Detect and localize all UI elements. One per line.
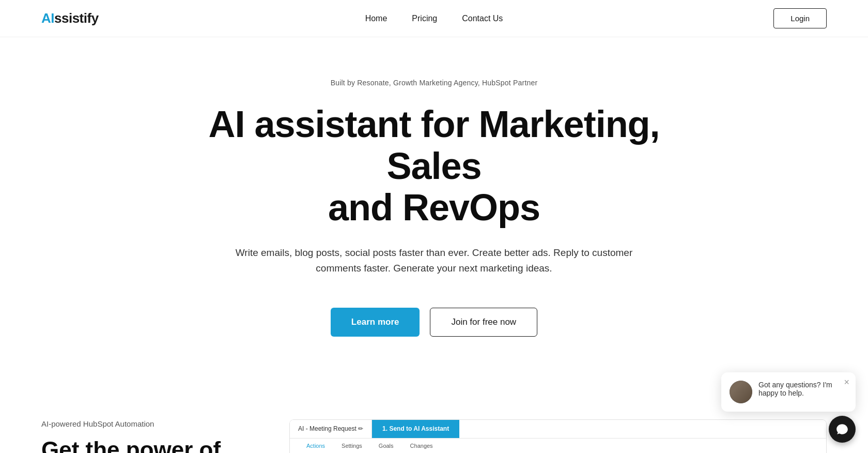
login-button[interactable]: Login xyxy=(773,8,827,28)
hero-title-line1: AI assistant for Marketing, Sales xyxy=(208,103,659,187)
nav-home[interactable]: Home xyxy=(365,14,388,23)
logo[interactable]: AIssistify xyxy=(41,10,99,26)
dashboard-tab-actions[interactable]: Actions xyxy=(298,439,333,453)
chat-avatar xyxy=(730,381,752,403)
join-free-button[interactable]: Join for free now xyxy=(430,308,537,337)
chat-close-button[interactable]: × xyxy=(844,377,849,387)
chat-widget: Got any questions? I'm happy to help. × xyxy=(721,372,856,412)
hero-title: AI assistant for Marketing, Sales and Re… xyxy=(176,103,692,229)
dashboard-img: AI - Meeting Request ✏ 1. Send to AI Ass… xyxy=(289,419,827,453)
dashboard-tab-left: AI - Meeting Request ✏ xyxy=(290,420,372,438)
dashboard-tab-left-label: AI - Meeting Request ✏ xyxy=(298,425,363,432)
hero-buttons: Learn more Join for free now xyxy=(331,308,537,337)
dashboard-preview: AI - Meeting Request ✏ 1. Send to AI Ass… xyxy=(289,419,827,453)
navbar: AIssistify Home Pricing Contact Us Login xyxy=(0,0,868,37)
dashboard-tab-goals[interactable]: Goals xyxy=(370,439,402,453)
dashboard-tab-changes[interactable]: Changes xyxy=(402,439,441,453)
bottom-label: AI-powered HubSpot Automation xyxy=(41,419,248,428)
logo-rest: ssistify xyxy=(54,10,99,26)
learn-more-button[interactable]: Learn more xyxy=(331,308,420,337)
logo-ai: AI xyxy=(41,10,54,26)
bottom-title: Get the power of OpenAI xyxy=(41,436,248,453)
nav-links: Home Pricing Contact Us xyxy=(365,14,503,23)
chat-avatar-face xyxy=(730,381,752,403)
bottom-section: AI-powered HubSpot Automation Get the po… xyxy=(0,409,868,453)
hero-description: Write emails, blog posts, social posts f… xyxy=(227,245,641,277)
hero-section: Built by Resonate, Growth Marketing Agen… xyxy=(0,37,868,409)
nav-pricing[interactable]: Pricing xyxy=(412,14,437,23)
hero-title-line2: and RevOps xyxy=(328,187,540,228)
dashboard-tabs-row: Actions Settings Goals Changes xyxy=(290,439,826,453)
dashboard-header: AI - Meeting Request ✏ 1. Send to AI Ass… xyxy=(290,420,826,439)
chat-message: Got any questions? I'm happy to help. xyxy=(758,381,847,397)
dashboard-tab-active-label: 1. Send to AI Assistant xyxy=(382,425,449,432)
dashboard-tab-active: 1. Send to AI Assistant xyxy=(372,420,459,438)
chat-bubble-icon xyxy=(835,422,849,436)
dashboard-tab-settings[interactable]: Settings xyxy=(333,439,370,453)
hero-subtitle: Built by Resonate, Growth Marketing Agen… xyxy=(331,79,538,87)
chat-bubble-button[interactable] xyxy=(829,416,856,443)
nav-contact[interactable]: Contact Us xyxy=(462,14,503,23)
bottom-text: AI-powered HubSpot Automation Get the po… xyxy=(41,419,248,453)
